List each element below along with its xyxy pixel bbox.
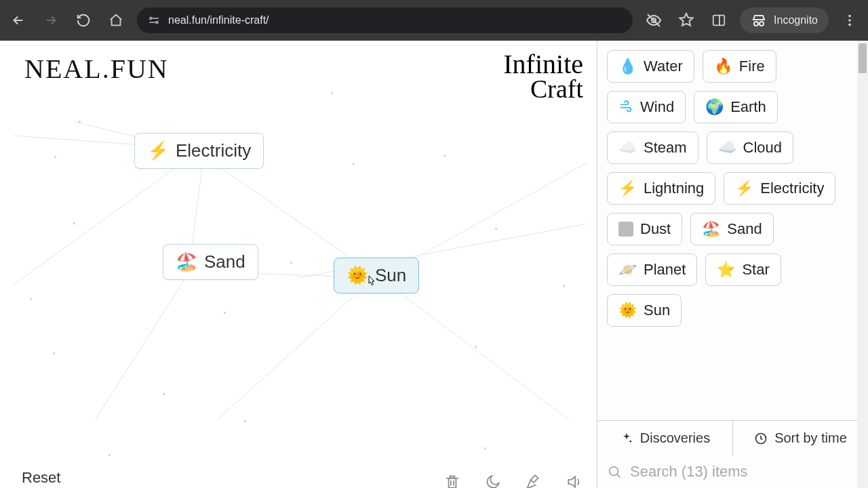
sort-label: Sort by time [774,430,847,446]
sidebar-item-label: Steam [644,139,687,157]
wind-icon [618,100,633,115]
canvas-item-label: Sand [204,251,245,272]
sidebar-item-label: Electricity [760,180,824,197]
sparkle-icon [620,432,633,445]
sidebar-item-label: Earth [730,98,766,116]
sidebar-item-label: Water [644,58,683,75]
item-icon: 🪐 [618,261,637,279]
incognito-icon [751,12,767,28]
svg-line-17 [217,285,366,420]
svg-point-0 [150,18,152,20]
item-icon: 🏖️ [702,220,720,238]
canvas-tools [442,472,585,488]
kebab-menu-icon[interactable] [838,9,861,32]
item-icon: ⚡ [735,180,753,197]
search-bar[interactable] [597,455,868,488]
discoveries-button[interactable]: Discoveries [597,421,733,455]
canvas-item-label: Sun [375,265,406,286]
bookmark-star-icon[interactable] [675,9,698,32]
sun-icon: 🌞 [347,265,368,286]
lightning-icon: ⚡ [147,140,169,161]
sidebar-item-sun[interactable]: 🌞Sun [607,294,682,327]
reload-button[interactable] [72,9,95,32]
sidebar-item-label: Sun [644,302,670,319]
canvas-item-label: Electricity [176,140,251,161]
clock-icon [754,432,768,445]
items-list: 💧Water🔥FireWind🌍Earth☁️Steam☁️Cloud⚡Ligh… [597,41,868,420]
sidebar-item-water[interactable]: 💧Water [607,50,694,83]
reset-button[interactable]: Reset [22,469,60,487]
svg-line-13 [95,271,190,420]
items-sidebar: 💧Water🔥FireWind🌍Earth☁️Steam☁️Cloud⚡Ligh… [597,41,868,488]
app-viewport: NEAL.FUN Infinite Craft ⚡ Electricity 🏖️… [14,41,868,488]
sidebar-item-label: Star [742,261,769,279]
logo[interactable]: NEAL.FUN [24,53,169,85]
scrollbar-thumb[interactable] [859,43,867,73]
svg-point-4 [754,22,758,26]
svg-point-5 [760,22,764,26]
trash-icon[interactable] [442,472,462,488]
sidebar-footer: Discoveries Sort by time [597,420,868,455]
svg-line-16 [380,278,570,420]
item-icon: 🔥 [714,58,732,75]
item-icon: 💧 [618,58,637,75]
sort-button[interactable]: Sort by time [733,421,868,455]
svg-point-7 [848,19,851,22]
address-bar[interactable]: neal.fun/infinite-craft/ [137,7,633,33]
item-icon: ⚡ [618,180,637,197]
title-word-2: Craft [503,76,583,103]
incognito-label: Incognito [774,14,818,26]
canvas-item-sand[interactable]: 🏖️ Sand [163,244,258,280]
canvas-item-sun[interactable]: 🌞 Sun [334,258,419,293]
url-text: neal.fun/infinite-craft/ [168,14,269,26]
sidebar-item-dust[interactable]: Dust [607,213,682,245]
item-icon: 🌞 [618,302,637,319]
canvas-lines [14,41,587,488]
item-icon: ☁️ [718,139,736,157]
craft-canvas[interactable]: NEAL.FUN Infinite Craft ⚡ Electricity 🏖️… [14,41,597,488]
sidebar-item-lightning[interactable]: ⚡Lightning [607,172,715,205]
search-input[interactable] [630,463,859,481]
sidebar-item-earth[interactable]: 🌍Earth [694,91,778,123]
item-icon: 🌍 [705,98,724,116]
sidebar-item-steam[interactable]: ☁️Steam [607,131,698,164]
page-scrollbar[interactable] [857,41,868,488]
sidebar-item-star[interactable]: ⭐Star [705,253,781,286]
sidebar-item-sand[interactable]: 🏖️Sand [690,213,773,245]
eye-off-icon[interactable] [642,9,665,32]
dust-icon [618,222,633,237]
sidebar-item-label: Dust [640,220,671,238]
incognito-chip[interactable]: Incognito [740,7,829,33]
forward-button[interactable] [39,9,62,32]
sidebar-item-label: Fire [739,58,765,75]
home-button[interactable] [104,9,127,32]
sidebar-item-label: Cloud [743,139,782,157]
svg-point-21 [610,467,618,476]
sidebar-item-planet[interactable]: 🪐Planet [607,253,697,286]
sidebar-item-electricity[interactable]: ⚡Electricity [724,172,835,205]
sidebar-item-cloud[interactable]: ☁️Cloud [707,131,793,164]
steam-icon: ☁️ [618,139,637,157]
item-icon: ⭐ [717,261,735,279]
sidebar-item-label: Lightning [644,180,704,197]
sidebar-item-wind[interactable]: Wind [607,91,686,123]
clean-icon[interactable] [524,472,544,488]
sidebar-item-label: Wind [640,98,674,116]
discoveries-label: Discoveries [640,430,710,446]
browser-chrome: neal.fun/infinite-craft/ Incognito [0,0,868,41]
canvas-item-electricity[interactable]: ⚡ Electricity [134,133,264,169]
search-icon [607,464,622,479]
sidebar-item-label: Planet [644,261,686,279]
sound-icon[interactable] [564,472,585,488]
back-button[interactable] [7,9,30,32]
sidebar-item-fire[interactable]: 🔥Fire [703,50,776,83]
svg-point-6 [848,15,851,18]
sidebar-item-label: Sand [727,220,762,238]
svg-point-1 [156,22,158,24]
svg-point-8 [848,24,851,26]
beach-icon: 🏖️ [176,251,197,272]
site-controls-icon [148,14,160,26]
app-title: Infinite Craft [503,50,583,103]
dark-mode-icon[interactable] [483,472,503,488]
panel-icon[interactable] [707,9,730,32]
